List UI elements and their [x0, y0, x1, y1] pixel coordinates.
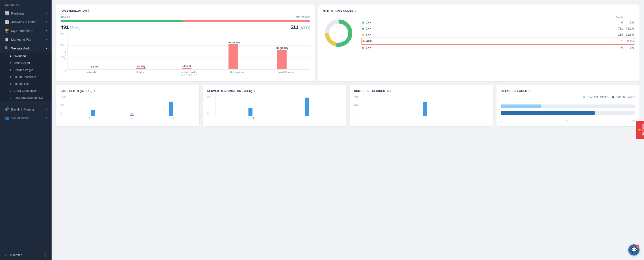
sidebar-item-analytics[interactable]: 📈 Analytics & Traffic ∨	[0, 18, 52, 26]
bar-col-metatag: 3 (0.6%)	[136, 65, 146, 69]
bottom-row: PAGE DEPTH (CLICKS) ℹ 1000 500 0	[56, 85, 640, 127]
detached-legend: DEAD-END PAGES ORPHAN PAGES	[501, 96, 635, 99]
sidebar-item-rankings[interactable]: 📊 Rankings ∨	[0, 9, 52, 18]
y-label-0: 0	[65, 70, 66, 73]
sidebar-item-label-competitors: My Competitors	[11, 29, 33, 33]
http-row-2xx: 2XX 781 78.1%	[361, 25, 635, 31]
y-label-750: 750	[60, 32, 64, 35]
redirects-bars	[362, 96, 488, 116]
bar-label-noncanonical: 285 (55.6%)	[227, 41, 240, 44]
competitors-icon: 🏆	[4, 29, 9, 33]
server-response-info-icon[interactable]: ℹ	[254, 89, 255, 93]
sidebar-subitem-overview[interactable]: Overview	[0, 53, 52, 60]
http-table-header: PAGES	[361, 15, 635, 18]
indexation-bar	[60, 20, 310, 22]
subitem-label-issue-report: Issue Report	[14, 61, 30, 65]
sidebar-item-backlink[interactable]: 🔗 Backlink Monitor ∨	[0, 105, 52, 114]
page-indexation-info-icon[interactable]: ℹ	[88, 9, 90, 12]
detached-chart-area	[501, 101, 635, 119]
bar-srv-1	[248, 108, 252, 116]
redirects-chart-container: 400 200 0 1	[354, 96, 488, 119]
bar-col-srv-2	[305, 98, 309, 116]
detached-bar-fill-deadend	[501, 105, 541, 108]
http-status-info-icon[interactable]: ℹ	[354, 9, 356, 12]
chat-button[interactable]: 💬 1	[628, 244, 640, 256]
y-label-1k: 1k	[208, 104, 210, 107]
x-label-red-1: 1	[424, 117, 426, 119]
detached-pages-title: DETACHED PAGES ℹ	[501, 89, 635, 93]
redirects-info-icon[interactable]: ℹ	[390, 89, 392, 93]
help-icon: ❓	[43, 253, 47, 257]
minimize-label: Minimize	[10, 253, 22, 257]
indexation-counts: 491 (49%) 511 (51%)	[60, 24, 310, 30]
sidebar-minimize[interactable]: ← Minimize ❓	[0, 250, 52, 260]
detached-bar-fill-orphan	[501, 111, 595, 115]
bar-col-depth-1	[91, 110, 95, 116]
y-label-400: 400	[354, 96, 358, 98]
sidebar-subitem-crawled-pages[interactable]: Crawled Pages	[0, 66, 52, 73]
page-depth-x-labels: 1 2 3	[68, 117, 195, 119]
pct-3xx: 21.8%	[623, 33, 634, 36]
page-depth-info-icon[interactable]: ℹ	[94, 89, 95, 93]
x-label-noncanonical: Non canonical	[228, 71, 246, 73]
bar-metatag	[136, 68, 146, 69]
sidebar-subitem-page-changes[interactable]: Page Changes Monitor	[0, 94, 52, 101]
social-icon: 👥	[4, 116, 9, 120]
sidebar-item-label-social: Social Media	[11, 116, 29, 120]
http-row-4xx[interactable]: 4XX 1 0.1%	[361, 38, 635, 44]
http-status-card: HTTP STATUS CODES ℹ	[318, 4, 640, 81]
marketing-icon: 📋	[4, 37, 9, 42]
detached-pages-info-icon[interactable]: ℹ	[528, 89, 530, 93]
bar-col-red-1	[423, 102, 428, 116]
server-response-title: SERVER RESPONSE TIME (SEC) ℹ	[208, 89, 342, 93]
page-depth-title: PAGE DEPTH (CLICKS) ℹ	[60, 89, 195, 93]
donut-svg	[323, 17, 354, 49]
x-label-2: 2	[131, 117, 132, 119]
sidebar-item-social[interactable]: 👥 Social Media ∨	[0, 114, 52, 123]
bar-col-noncanonical: 285 (55.6%)	[227, 41, 240, 69]
chevron-competitors: ∨	[45, 29, 47, 32]
sidebar-item-competitors[interactable]: 🏆 My Competitors ∨	[0, 26, 52, 35]
count-4xx: 1	[609, 39, 622, 43]
website-audit-subitems: Overview Issue Report Crawled Pages Foun…	[0, 53, 52, 101]
code-5xx: 5XX	[366, 46, 610, 49]
indexed-count: 491 (49%)	[60, 24, 80, 30]
pct-5xx: 0%	[623, 46, 634, 49]
dot-depth-2	[131, 113, 132, 114]
bar-xrobots	[182, 68, 192, 69]
code-3xx: 3XX	[366, 33, 610, 36]
sidebar-subitem-found-links[interactable]: Found Links	[0, 80, 52, 87]
sidebar-subitem-found-resources[interactable]: Found Resources	[0, 73, 52, 80]
bar-col-xrobots: 4 (0.8%)	[182, 65, 192, 69]
legend-orphan-dot	[612, 96, 614, 98]
redirects-card: NUMBER OF REDIRECTS ℹ 400 200 0	[350, 85, 493, 127]
detached-bar-bg-orphan	[501, 111, 635, 115]
top-row: PAGE INDEXATION ℹ Indexed Not indexed 49…	[56, 4, 640, 81]
legend-orphan: ORPHAN PAGES	[612, 96, 635, 99]
http-status-title: HTTP STATUS CODES ℹ	[323, 9, 635, 12]
bar-col-srv-1	[248, 108, 252, 116]
x-axis-labels: Robots.txt Meta tag X-robots header Non …	[67, 71, 310, 73]
analytics-icon: 📈	[4, 20, 9, 24]
page-depth-card: PAGE DEPTH (CLICKS) ℹ 1000 500 0	[56, 85, 199, 127]
redirects-title: NUMBER OF REDIRECTS ℹ	[354, 89, 488, 93]
dot-4xx	[362, 40, 364, 42]
sidebar-item-website-audit[interactable]: 🔍 Website Audit ∧	[0, 44, 52, 53]
bar-depth-2	[130, 115, 134, 116]
rate-us-button[interactable]: RATE US ✋	[636, 121, 644, 139]
server-response-y-labels: 2k 1k 0	[208, 96, 210, 115]
subitem-label-page-changes: Page Changes Monitor	[14, 96, 43, 99]
x-label-3: 3	[173, 117, 174, 119]
page-depth-chart-container: 1000 500 0	[60, 96, 195, 119]
sidebar-item-marketing[interactable]: 📋 Marketing Plan ∨	[0, 35, 52, 44]
sidebar-subitem-issue-report[interactable]: Issue Report	[0, 60, 52, 66]
bar-noncanonical	[228, 44, 238, 69]
detached-x-labels: 0 50 100	[501, 120, 635, 122]
website-audit-icon: 🔍	[4, 46, 9, 50]
detached-bar-bg-deadend	[501, 105, 635, 108]
pct-4xx: 0.1%	[622, 39, 634, 43]
chevron-website-audit: ∧	[45, 47, 47, 50]
sidebar-subitem-crawl-comparison[interactable]: Crawl Comparison	[0, 87, 52, 94]
count-3xx: 218	[610, 33, 623, 36]
dot-3xx	[362, 34, 364, 36]
